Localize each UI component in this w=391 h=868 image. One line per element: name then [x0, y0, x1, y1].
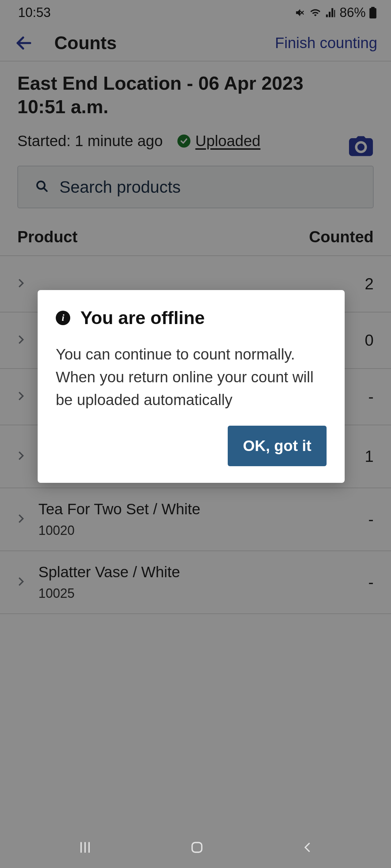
back-icon[interactable]	[301, 840, 314, 856]
dialog-title: You are offline	[80, 307, 205, 328]
dialog-body: You can continue to count normally. When…	[56, 343, 327, 411]
ok-button[interactable]: OK, got it	[228, 426, 327, 466]
home-icon[interactable]	[190, 840, 204, 856]
info-icon: i	[56, 311, 70, 325]
svg-rect-8	[192, 843, 202, 852]
dialog-header: i You are offline	[56, 307, 327, 328]
offline-dialog: i You are offline You can continue to co…	[38, 290, 345, 483]
screen: 10:53 86% Counts Finish counting East En…	[0, 0, 391, 868]
recents-icon[interactable]	[77, 839, 93, 857]
dialog-actions: OK, got it	[56, 426, 327, 466]
android-navbar	[0, 828, 391, 868]
